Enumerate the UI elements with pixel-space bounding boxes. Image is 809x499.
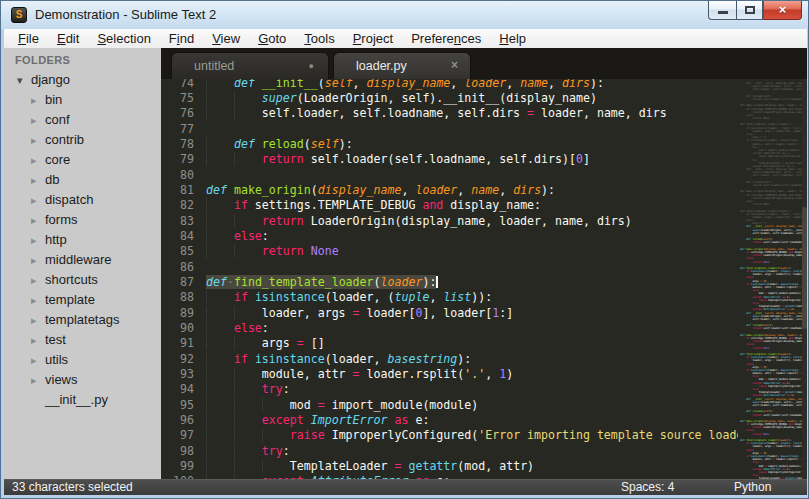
- code-line[interactable]: 79 return self.loader(self.loadname, sel…: [161, 152, 807, 167]
- tab-untitled[interactable]: untitled●: [171, 52, 329, 79]
- sidebar-item-views[interactable]: ▸views: [4, 370, 161, 390]
- code-line[interactable]: 87def·find_template_loader(loader):: [161, 275, 807, 290]
- code-line[interactable]: 81def make_origin(display_name, loader, …: [161, 183, 807, 198]
- syntax-status[interactable]: Python: [734, 480, 771, 495]
- line-number: 84: [161, 229, 194, 244]
- code-line[interactable]: 99 TemplateLoader = getattr(mod, attr): [161, 459, 807, 474]
- scrollbar-thumb[interactable]: [802, 207, 807, 329]
- sidebar-item-template[interactable]: ▸template: [4, 290, 161, 310]
- code-line[interactable]: 83 return LoaderOrigin(display_name, loa…: [161, 214, 807, 229]
- sidebar-item-label: templatetags: [45, 312, 119, 327]
- sidebar-item-db[interactable]: ▸db: [4, 170, 161, 190]
- disclosure-triangle-icon[interactable]: ▸: [31, 270, 45, 290]
- disclosure-triangle-icon[interactable]: ▸: [31, 230, 45, 250]
- sidebar-item-contrib[interactable]: ▸contrib: [4, 130, 161, 150]
- disclosure-triangle-icon[interactable]: ▸: [31, 170, 45, 190]
- sidebar-item-conf[interactable]: ▸conf: [4, 110, 161, 130]
- editor: untitled●loader.py× 74 def __init__(self…: [161, 48, 807, 479]
- close-tab-icon[interactable]: ×: [451, 53, 458, 78]
- code-line[interactable]: 85 return None: [161, 244, 807, 259]
- minimize-icon: [718, 11, 728, 14]
- sidebar-item-http[interactable]: ▸http: [4, 230, 161, 250]
- menu-item-help[interactable]: Help: [490, 29, 535, 48]
- code-line[interactable]: 84 else:: [161, 229, 807, 244]
- disclosure-triangle-icon[interactable]: ▸: [31, 110, 45, 130]
- line-number: 79: [161, 152, 194, 167]
- disclosure-triangle-icon[interactable]: ▸: [31, 150, 45, 170]
- code-line[interactable]: 77: [161, 122, 807, 137]
- code-line[interactable]: 89 loader, args = loader[0], loader[1:]: [161, 306, 807, 321]
- menu-item-preferences[interactable]: Preferences: [402, 29, 490, 48]
- code-line[interactable]: 97 raise ImproperlyConfigured('Error imp…: [161, 428, 807, 443]
- sidebar-item-middleware[interactable]: ▸middleware: [4, 250, 161, 270]
- scrollbar-track[interactable]: [802, 79, 807, 479]
- disclosure-triangle-icon[interactable]: ▸: [31, 350, 45, 370]
- sidebar-item-core[interactable]: ▸core: [4, 150, 161, 170]
- code-line[interactable]: 98 try:: [161, 444, 807, 459]
- sidebar: FOLDERS ▾django▸bin▸conf▸contrib▸core▸db…: [4, 48, 161, 479]
- sidebar-item-utils[interactable]: ▸utils: [4, 350, 161, 370]
- code-line[interactable]: 76 self.loader, self.loadname, self.dirs…: [161, 106, 807, 121]
- sidebar-item-dispatch[interactable]: ▸dispatch: [4, 190, 161, 210]
- disclosure-triangle-icon[interactable]: ▸: [31, 210, 45, 230]
- disclosure-triangle-icon[interactable]: ▸: [31, 290, 45, 310]
- tab-loader-py[interactable]: loader.py×: [333, 52, 471, 79]
- menu-item-find[interactable]: Find: [160, 29, 203, 48]
- code-line[interactable]: 88 if isinstance(loader, (tuple, list)):: [161, 290, 807, 305]
- sidebar-item-test[interactable]: ▸test: [4, 330, 161, 350]
- sidebar-item--init-py[interactable]: __init__.py: [4, 390, 161, 410]
- sidebar-item-label: conf: [45, 112, 70, 127]
- close-button[interactable]: ×: [763, 1, 802, 20]
- menu-item-edit[interactable]: Edit: [48, 29, 88, 48]
- maximize-button[interactable]: [736, 1, 763, 20]
- code-line[interactable]: 78 def reload(self):: [161, 137, 807, 152]
- code-line[interactable]: 86: [161, 260, 807, 275]
- menu-item-goto[interactable]: Goto: [249, 29, 295, 48]
- code-area[interactable]: 74 def __init__(self, display_name, load…: [161, 76, 807, 480]
- window: S Demonstration - Sublime Text 2 × FileE…: [0, 0, 809, 499]
- sidebar-item-templatetags[interactable]: ▸templatetags: [4, 310, 161, 330]
- disclosure-triangle-icon[interactable]: ▸: [31, 190, 45, 210]
- code-line[interactable]: 75 super(LoaderOrigin, self).__init__(di…: [161, 91, 807, 106]
- line-number: 83: [161, 214, 194, 229]
- menu-item-file[interactable]: File: [9, 29, 48, 48]
- line-number: 88: [161, 290, 194, 305]
- disclosure-triangle-icon[interactable]: ▸: [31, 90, 45, 110]
- sidebar-item-label: db: [45, 172, 59, 187]
- menu-item-selection[interactable]: Selection: [88, 29, 159, 48]
- menu-item-view[interactable]: View: [203, 29, 249, 48]
- minimize-button[interactable]: [708, 1, 736, 20]
- code-line[interactable]: 82 if settings.TEMPLATE_DEBUG and displa…: [161, 198, 807, 213]
- code-line[interactable]: 93 module, attr = loader.rsplit('.', 1): [161, 367, 807, 382]
- menu-item-tools[interactable]: Tools: [295, 29, 343, 48]
- menu-item-project[interactable]: Project: [344, 29, 402, 48]
- code-line[interactable]: 80: [161, 168, 807, 183]
- line-number: 77: [161, 122, 194, 137]
- sidebar-item-bin[interactable]: ▸bin: [4, 90, 161, 110]
- tab-label: loader.py: [356, 53, 407, 79]
- disclosure-triangle-icon[interactable]: ▸: [31, 310, 45, 330]
- code-line[interactable]: 94 try:: [161, 382, 807, 397]
- close-icon: ×: [764, 1, 801, 18]
- disclosure-triangle-icon[interactable]: ▸: [31, 130, 45, 150]
- minimap-content: def __init__(self, display_name, loader,…: [740, 82, 802, 479]
- title-bar[interactable]: S Demonstration - Sublime Text 2 ×: [1, 1, 809, 29]
- sidebar-item-forms[interactable]: ▸forms: [4, 210, 161, 230]
- disclosure-triangle-icon[interactable]: ▸: [31, 370, 45, 390]
- line-number: 95: [161, 398, 194, 413]
- disclosure-triangle-icon[interactable]: ▾: [17, 70, 31, 90]
- code-line[interactable]: 90 else:: [161, 321, 807, 336]
- code-line[interactable]: 96 except ImportError as e:: [161, 413, 807, 428]
- sidebar-item-django[interactable]: ▾django: [4, 70, 161, 90]
- sidebar-item-label: contrib: [45, 132, 84, 147]
- disclosure-triangle-icon[interactable]: ▸: [31, 330, 45, 350]
- code-line[interactable]: 92 if isinstance(loader, basestring):: [161, 352, 807, 367]
- disclosure-triangle-icon[interactable]: ▸: [31, 250, 45, 270]
- code-line[interactable]: 91 args = []: [161, 336, 807, 351]
- sidebar-item-shortcuts[interactable]: ▸shortcuts: [4, 270, 161, 290]
- code-line[interactable]: 100 except AttributeError as e:: [161, 474, 807, 479]
- window-controls: ×: [708, 1, 802, 20]
- minimap[interactable]: def __init__(self, display_name, loader,…: [738, 79, 802, 479]
- indent-status[interactable]: Spaces: 4: [621, 480, 674, 495]
- code-line[interactable]: 95 mod = import_module(module): [161, 398, 807, 413]
